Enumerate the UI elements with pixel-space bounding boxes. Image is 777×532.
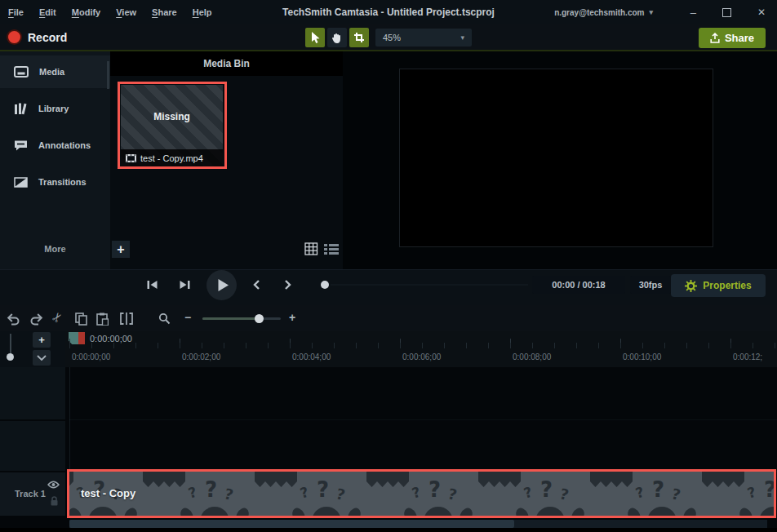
annotations-icon <box>14 140 28 151</box>
preview-canvas[interactable] <box>399 69 713 247</box>
sidebar-item-annotations[interactable]: Annotations <box>0 129 110 162</box>
split-icon <box>119 313 134 325</box>
record-icon <box>8 31 20 43</box>
media-item-filename: test - Copy.mp4 <box>140 153 203 163</box>
cursor-arrow-icon <box>309 31 321 44</box>
missing-media-pattern: ? ? ? <box>69 472 775 516</box>
sidebar: Media Library Annotations Transitions Mo… <box>0 51 110 269</box>
paste-icon <box>96 313 109 326</box>
sidebar-item-label: Annotations <box>38 140 91 150</box>
scrubber-track[interactable] <box>331 284 528 286</box>
collapse-tracks-button[interactable] <box>33 350 51 366</box>
sidebar-item-media[interactable]: Media <box>0 55 110 88</box>
track-header-empty-1 <box>0 367 65 419</box>
properties-label: Properties <box>703 280 751 291</box>
record-button[interactable]: Record <box>8 24 67 50</box>
menu-edit[interactable]: Edit <box>39 7 56 17</box>
media-item-filename-bar: test - Copy.mp4 <box>121 149 223 166</box>
timeline-clip-test-copy[interactable]: ? ? ? test - Copy <box>69 472 775 516</box>
add-media-button[interactable]: + <box>112 241 130 258</box>
sidebar-item-library[interactable]: Library <box>0 92 110 125</box>
account-menu[interactable]: n.gray@techsmith.com ▾ <box>554 0 653 24</box>
ruler-label: 0:00:10;00 <box>623 352 661 361</box>
split-button[interactable] <box>119 313 134 325</box>
track-divider <box>69 419 777 420</box>
chevron-down-icon <box>37 355 47 361</box>
copy-button[interactable] <box>75 313 87 326</box>
camtasia-window: TechSmith Camtasia - Untitled Project.ts… <box>0 0 777 532</box>
sidebar-item-transitions[interactable]: Transitions <box>0 166 110 198</box>
canvas-tools <box>305 28 369 47</box>
preview-panel <box>343 51 777 269</box>
horizontal-scrollbar-thumb[interactable] <box>69 520 514 528</box>
timeline-zoom-button[interactable] <box>158 313 171 325</box>
view-toggle <box>304 242 339 255</box>
redo-button[interactable] <box>29 313 43 326</box>
ruler-label: 0:00:00;00 <box>72 352 110 361</box>
library-icon <box>14 103 28 115</box>
timeline-zoom-slider-fill <box>202 317 260 320</box>
paste-button[interactable] <box>96 313 109 326</box>
upload-icon <box>710 33 720 43</box>
eye-icon[interactable] <box>47 481 60 489</box>
timeline-zoom-slider-handle[interactable] <box>255 314 264 323</box>
media-bin-panel: Media Bin Missing test - Copy.mp4 + <box>110 51 343 269</box>
add-track-button[interactable]: + <box>33 332 51 348</box>
undo-button[interactable] <box>7 313 20 326</box>
share-button[interactable]: Share <box>699 28 766 48</box>
undo-icon <box>7 313 20 326</box>
playhead-line[interactable] <box>69 367 70 472</box>
zoom-out-button[interactable]: − <box>184 311 191 324</box>
magnifier-icon <box>158 313 171 325</box>
scrubber-handle[interactable] <box>321 281 329 289</box>
menu-help[interactable]: Help <box>193 7 212 17</box>
sidebar-scrollbar[interactable] <box>107 61 109 89</box>
menu-share[interactable]: Share <box>152 7 177 17</box>
zoom-level-dropdown[interactable]: 45% ▾ <box>375 29 472 47</box>
track-header-empty-2 <box>0 421 65 471</box>
crop-tool[interactable] <box>349 28 369 47</box>
media-item-missing[interactable]: Missing test - Copy.mp4 <box>121 85 223 166</box>
sidebar-item-label: Media <box>39 67 64 77</box>
sidebar-more-button[interactable]: More <box>0 237 110 260</box>
crop-icon <box>353 32 365 43</box>
media-icon <box>14 66 29 78</box>
menu-file[interactable]: File <box>8 7 24 17</box>
lock-icon[interactable] <box>50 496 59 507</box>
next-button[interactable] <box>284 279 292 290</box>
chevron-down-icon: ▾ <box>460 33 464 42</box>
menu-view[interactable]: View <box>116 7 136 17</box>
menu-modify[interactable]: Modify <box>72 7 100 17</box>
zoom-in-button[interactable]: + <box>289 311 295 324</box>
pan-tool[interactable] <box>327 28 347 47</box>
list-view-icon[interactable] <box>324 243 339 255</box>
film-icon <box>126 154 136 162</box>
ruler-label: 0:00:04;00 <box>292 352 331 361</box>
step-forward-button[interactable] <box>179 279 191 290</box>
play-icon <box>217 278 229 292</box>
missing-status-label: Missing <box>121 111 223 122</box>
previous-button[interactable] <box>252 279 260 290</box>
copy-icon <box>75 313 87 326</box>
edit-cursor-tool[interactable] <box>305 28 325 47</box>
zoom-level-value: 45% <box>383 33 401 42</box>
play-button[interactable] <box>206 270 237 300</box>
ruler-label: 0:00:08;00 <box>513 352 551 361</box>
share-label: Share <box>725 32 754 44</box>
step-back-button[interactable] <box>146 279 158 290</box>
track-1-header: Track 1 <box>0 472 65 516</box>
hand-icon <box>331 32 343 44</box>
gear-icon <box>685 280 697 292</box>
close-button[interactable]: ✕ <box>757 7 766 18</box>
properties-button[interactable]: Properties <box>671 274 766 297</box>
redo-icon <box>29 313 43 326</box>
grid-view-icon[interactable] <box>304 242 318 255</box>
menu-bar: File Edit Modify View Share Help <box>8 0 212 24</box>
minimize-button[interactable]: – <box>690 7 696 19</box>
track-name: Track 1 <box>15 489 46 499</box>
chevron-right-icon <box>284 279 292 290</box>
fps-display: 30fps <box>630 276 671 294</box>
window-controls: – ✕ <box>690 0 766 24</box>
maximize-button[interactable] <box>722 8 731 17</box>
track-height-slider-handle[interactable] <box>7 353 14 361</box>
